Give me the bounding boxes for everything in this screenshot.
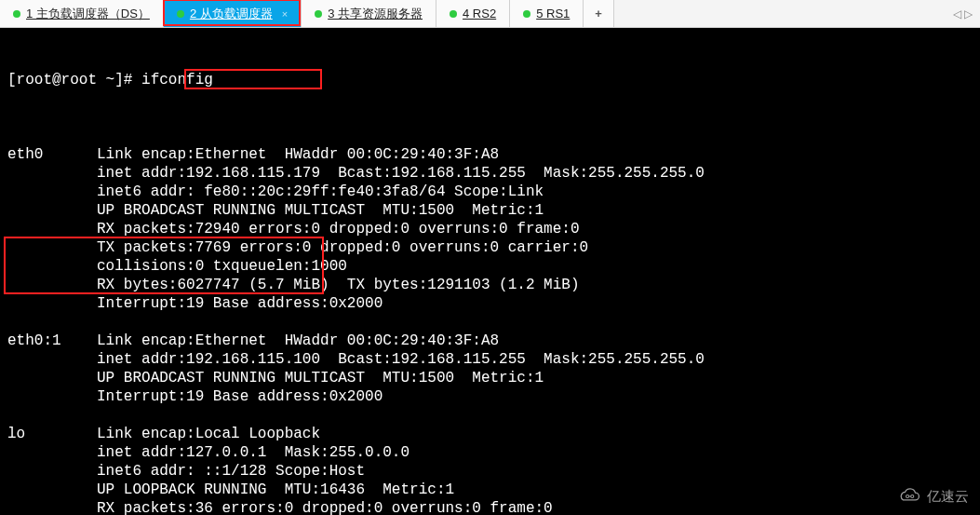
tab-label: 5 RS1 [536, 7, 570, 20]
tab-1[interactable]: 2 从负载调度器× [164, 0, 302, 27]
terminal-line: inet addr:192.168.115.179 Bcast:192.168.… [7, 164, 973, 183]
terminal-line: inet addr:127.0.0.1 Mask:255.0.0.0 [7, 443, 973, 462]
status-dot-icon [523, 10, 530, 18]
terminal-line: inet6 addr: ::1/128 Scope:Host [7, 462, 973, 481]
terminal-line: RX bytes:6027747 (5.7 MiB) TX bytes:1291… [7, 276, 973, 294]
prompt-line: [root@root ~]# ifconfig [7, 71, 973, 89]
tab-2[interactable]: 3 共享资源服务器 [302, 0, 436, 27]
terminal-line [7, 406, 973, 425]
terminal-line: Interrupt:19 Base address:0x2000 [7, 294, 973, 313]
tab-label: 3 共享资源服务器 [328, 6, 423, 22]
terminal-line: inet6 addr: fe80::20c:29ff:fe40:3fa8/64 … [7, 183, 973, 201]
terminal-line: eth0 Link encap:Ethernet HWaddr 00:0C:29… [7, 145, 973, 164]
status-dot-icon [450, 10, 457, 18]
terminal-line: RX packets:36 errors:0 dropped:0 overrun… [7, 499, 973, 515]
terminal-line: UP BROADCAST RUNNING MULTICAST MTU:1500 … [7, 369, 973, 387]
terminal-line: eth0:1 Link encap:Ethernet HWaddr 00:0C:… [7, 332, 973, 350]
tab-4[interactable]: 5 RS1 [510, 0, 584, 27]
tab-bar: 1 主负载调度器（DS）2 从负载调度器×3 共享资源服务器4 RS25 RS1… [0, 0, 980, 28]
new-tab-button[interactable]: + [584, 0, 614, 27]
status-dot-icon [315, 10, 322, 18]
terminal-line: lo Link encap:Local Loopback [7, 425, 973, 443]
status-dot-icon [13, 10, 20, 18]
terminal-line: inet addr:192.168.115.100 Bcast:192.168.… [7, 350, 973, 369]
terminal-line: TX packets:7769 errors:0 dropped:0 overr… [7, 238, 973, 257]
terminal-line: collisions:0 txqueuelen:1000 [7, 257, 973, 276]
status-dot-icon [177, 10, 184, 18]
terminal-line: Interrupt:19 Base address:0x2000 [7, 387, 973, 406]
tab-label: 4 RS2 [463, 7, 496, 20]
terminal-line: RX packets:72940 errors:0 dropped:0 over… [7, 220, 973, 238]
terminal-line [7, 313, 973, 332]
tab-0[interactable]: 1 主负载调度器（DS） [0, 0, 164, 27]
tab-label: 1 主负载调度器（DS） [26, 6, 150, 22]
terminal-output: [root@root ~]# ifconfig eth0 Link encap:… [0, 28, 980, 515]
tab-nav-arrows[interactable]: ◁ ▷ [946, 0, 980, 27]
terminal-line: UP LOOPBACK RUNNING MTU:16436 Metric:1 [7, 481, 973, 499]
tab-3[interactable]: 4 RS2 [436, 0, 510, 27]
terminal-line: UP BROADCAST RUNNING MULTICAST MTU:1500 … [7, 201, 973, 220]
close-icon[interactable]: × [278, 8, 288, 20]
tab-label: 2 从负载调度器 [190, 6, 273, 22]
